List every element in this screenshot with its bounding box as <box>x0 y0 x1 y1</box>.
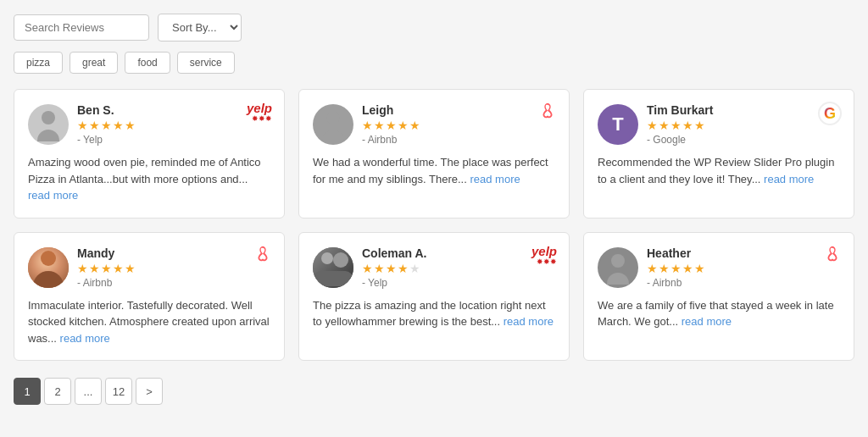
avatar <box>28 247 69 288</box>
reviewer-name: Coleman A. <box>362 246 555 260</box>
tag-bar: pizzagreatfoodservice <box>14 52 854 74</box>
avatar <box>313 104 353 145</box>
read-more-link[interactable]: read more <box>764 173 814 185</box>
reviewer-name: Tim Burkart <box>647 103 840 117</box>
platform-logo-airbnb <box>538 102 557 124</box>
platform-logo-google: G <box>818 102 842 125</box>
pagination: 12...12> <box>14 378 854 405</box>
platform-logo-yelp: yelp✸✸✸ <box>247 102 272 123</box>
read-more-link[interactable]: read more <box>470 173 520 185</box>
reviewer-name: Heather <box>647 246 840 260</box>
platform-logo-airbnb <box>823 245 842 267</box>
reviewer-name: Ben S. <box>77 103 270 117</box>
review-text: We are a family of five that stayed a we… <box>598 297 840 330</box>
tag-service[interactable]: service <box>177 52 235 74</box>
read-more-link[interactable]: read more <box>504 315 554 328</box>
reviewer-platform: - Airbnb <box>647 277 840 289</box>
page-btn-1[interactable]: 1 <box>14 378 41 405</box>
platform-logo-yelp: yelp✸✸✸ <box>531 245 557 266</box>
reviewer-platform: - Yelp <box>362 277 555 289</box>
reviews-grid: yelp✸✸✸ Ben S. ★★★★★ - Yelp Amazing wood… <box>14 89 854 361</box>
review-text: The pizza is amazing and the location ri… <box>313 297 555 330</box>
review-card: G T Tim Burkart ★★★★★ - Google Recommend… <box>583 89 854 218</box>
sort-select[interactable]: Sort By... <box>158 14 242 41</box>
tag-pizza[interactable]: pizza <box>14 52 63 74</box>
avatar: T <box>598 104 638 145</box>
review-text: Amazing wood oven pie, reminded me of An… <box>28 154 270 204</box>
review-card: yelp✸✸✸ Coleman A. ★★★★★ - Yelp The piz <box>298 232 570 362</box>
tag-food[interactable]: food <box>125 52 170 74</box>
page-btn-...[interactable]: ... <box>75 378 102 405</box>
read-more-link[interactable]: read more <box>60 332 110 345</box>
avatar <box>598 247 638 288</box>
page-btn->[interactable]: > <box>136 378 163 405</box>
page-btn-2[interactable]: 2 <box>44 378 71 405</box>
read-more-link[interactable]: read more <box>682 315 732 328</box>
review-card: Heather ★★★★★ - Airbnb We are a family o… <box>583 232 854 362</box>
avatar <box>313 247 353 288</box>
read-more-link[interactable]: read more <box>28 189 78 202</box>
avatar <box>28 104 69 145</box>
review-card: yelp✸✸✸ Ben S. ★★★★★ - Yelp Amazing wood… <box>14 89 285 218</box>
reviewer-platform: - Google <box>647 134 840 146</box>
review-card: Mandy ★★★★★ - Airbnb Immaculate interior… <box>14 232 285 362</box>
top-bar: Sort By... <box>14 14 854 41</box>
review-text: We had a wonderful time. The place was p… <box>313 154 555 187</box>
page-btn-12[interactable]: 12 <box>105 378 132 405</box>
review-card: Leigh ★★★★★ - Airbnb We had a wonderful … <box>298 89 570 218</box>
review-text: Immaculate interior. Tastefully decorate… <box>28 297 270 347</box>
reviewer-name: Mandy <box>77 246 270 260</box>
reviewer-platform: - Airbnb <box>77 277 270 289</box>
search-input[interactable] <box>14 14 149 41</box>
reviewer-platform: - Yelp <box>77 134 270 146</box>
review-text: Recommended the WP Review Slider Pro plu… <box>598 154 840 187</box>
reviewer-name: Leigh <box>362 103 555 117</box>
platform-logo-airbnb <box>253 245 272 267</box>
tag-great[interactable]: great <box>70 52 118 74</box>
reviewer-platform: - Airbnb <box>362 134 555 146</box>
